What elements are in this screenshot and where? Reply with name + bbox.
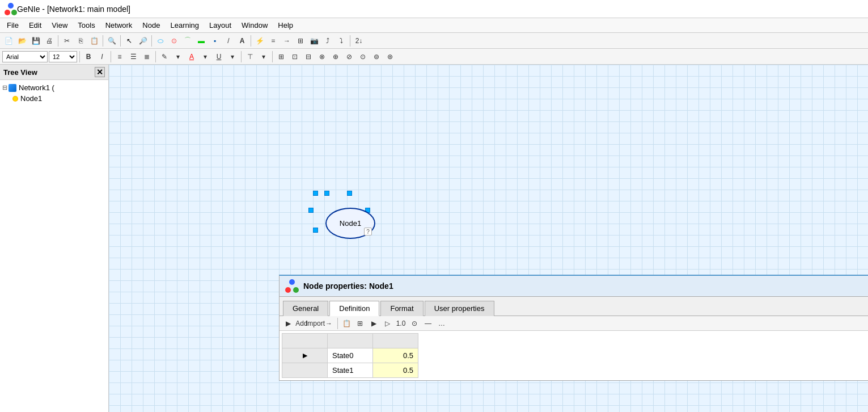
def-tb-btn8[interactable]: — [422,317,434,330]
menu-layout[interactable]: Layout [205,20,236,31]
tb-camera[interactable]: 📷 [308,35,320,47]
tb-sep7 [79,51,80,62]
tb-copy[interactable]: ⎘ [74,35,87,47]
tb-bold[interactable]: B [82,51,95,63]
menu-file[interactable]: File [2,20,23,31]
tb-new[interactable]: 📄 [2,35,15,47]
node-props-titlebar: Node properties: Node1 [280,276,868,297]
def-tb-btn1[interactable]: ▶ [282,317,294,330]
tb-sep10 [241,51,242,62]
tb-find[interactable]: 🔍 [105,35,118,47]
tb-dropdown-arrow4[interactable]: ▾ [257,51,270,63]
menu-learning[interactable]: Learning [166,20,204,31]
tb-dropdown-arrow1[interactable]: ▾ [172,51,184,63]
tb-rect[interactable]: ▬ [195,35,208,47]
def-row0-value[interactable]: 0.5 [373,348,418,363]
tb-grid3[interactable]: ⊟ [302,51,315,63]
handle-top-center[interactable] [324,191,329,196]
tb-print[interactable]: 🖨 [43,35,56,47]
tb-align-top[interactable]: ⊤ [244,51,256,63]
tb-grid5[interactable]: ⊕ [329,51,342,63]
menu-help[interactable]: Help [273,20,298,31]
tb-table[interactable]: ⊞ [294,35,307,47]
def-tb-btn5[interactable]: ▷ [381,317,393,330]
tb-text[interactable]: A [236,35,248,47]
def-tb-btn7[interactable]: ⊙ [408,317,421,330]
handle-top-right[interactable] [347,191,352,196]
def-tb-import[interactable]: Import [309,317,321,330]
tb-arc[interactable]: ⌒ [181,35,194,47]
font-size-selector[interactable]: 12 [49,51,77,62]
toolbar-row-2: Arial 12 B I ≡ ☰ ≣ ✎ ▾ A ▾ U ▾ ⊤ ▾ ⊞ ⊡ ⊟… [0,49,868,65]
tb-dropdown-arrow2[interactable]: ▾ [199,51,211,63]
def-tb-btn3[interactable]: ⊞ [354,317,366,330]
tb-grid6[interactable]: ⊘ [343,51,355,63]
font-selector[interactable]: Arial [2,51,48,62]
tb-highlight[interactable]: ✎ [158,51,171,63]
tb-lightning[interactable]: ⚡ [253,35,266,47]
tb-grid4[interactable]: ⊗ [316,51,328,63]
tb-align-left[interactable]: ≡ [113,51,126,63]
tb-font-color[interactable]: A [185,51,198,63]
tb-circle[interactable]: ⊙ [168,35,180,47]
def-row0-state[interactable]: State0 [328,348,373,363]
tb-grid2[interactable]: ⊡ [289,51,301,63]
def-tb-arrow[interactable]: → [323,317,335,330]
tb-grid1[interactable]: ⊞ [275,51,287,63]
tb-sep3 [120,35,121,47]
tb-align-center[interactable]: ☰ [127,51,139,63]
def-tb-btn9[interactable]: … [435,317,448,330]
tb-dropdown-arrow3[interactable]: ▾ [226,51,239,63]
def-tb-btn6[interactable]: 1.0 [395,317,407,330]
def-tb-btn4[interactable]: ▶ [367,317,380,330]
tb-grid9[interactable]: ⊛ [384,51,396,63]
tb-eq[interactable]: = [267,35,280,47]
tb-arrow[interactable]: → [281,35,293,47]
def-row1-value[interactable]: 0.5 [373,363,418,378]
handle-left[interactable] [308,208,314,213]
menu-view[interactable]: View [47,20,72,31]
tb-num[interactable]: 2↓ [353,35,365,47]
menu-network[interactable]: Network [101,20,137,31]
tb-import[interactable]: ⤵ [335,35,348,47]
handle-bottom-left[interactable] [313,228,318,233]
menu-node[interactable]: Node [138,20,164,31]
tb-open[interactable]: 📂 [16,35,28,47]
tb-grid7[interactable]: ⊙ [357,51,369,63]
tb-filled-rect[interactable]: ▪ [209,35,221,47]
title-bar: GeNIe - [Network1: main model] [0,0,868,18]
node-ellipse[interactable]: Node1 ? [325,208,375,239]
tb-cut[interactable]: ✂ [61,35,73,47]
def-row1-state[interactable]: State1 [328,363,373,378]
canvas-area[interactable]: Node1 ? Node properties: Node1 General D… [109,65,868,412]
tb-sep6 [350,35,350,47]
def-tb-btn2[interactable]: 📋 [340,317,353,330]
tree-network-node[interactable]: ⊟ Network1 ( [2,82,106,93]
handle-top-left[interactable] [313,191,318,196]
tb-paste[interactable]: 📋 [88,35,100,47]
menu-window[interactable]: Window [237,20,272,31]
menu-bar: File Edit View Tools Network Node Learni… [0,18,868,33]
def-header-indicator [282,334,328,348]
menu-edit[interactable]: Edit [24,20,46,31]
tb-save[interactable]: 💾 [29,35,42,47]
tree-child-node[interactable]: Node1 [2,93,106,104]
tb-underline[interactable]: U [213,51,225,63]
tb-align-right[interactable]: ≣ [141,51,153,63]
tb-grid8[interactable]: ⊚ [370,51,383,63]
def-tb-sep1 [337,318,338,329]
tree-content: ⊟ Network1 ( Node1 [0,80,108,412]
tb-italic[interactable]: I [96,51,108,63]
tb-export[interactable]: ⤴ [321,35,334,47]
tab-user-properties[interactable]: User properties [425,301,494,316]
menu-tools[interactable]: Tools [73,20,99,31]
tab-format[interactable]: Format [380,301,423,316]
tab-definition[interactable]: Definition [329,301,379,316]
tb-zoom[interactable]: 🔎 [137,35,149,47]
tree-close-button[interactable]: ✕ [95,67,105,77]
tb-sep11 [272,51,273,62]
tab-general[interactable]: General [283,301,328,316]
tb-pointer[interactable]: ↖ [123,35,136,47]
tb-ellipse[interactable]: ⬭ [154,35,167,47]
tb-line[interactable]: / [222,35,235,47]
